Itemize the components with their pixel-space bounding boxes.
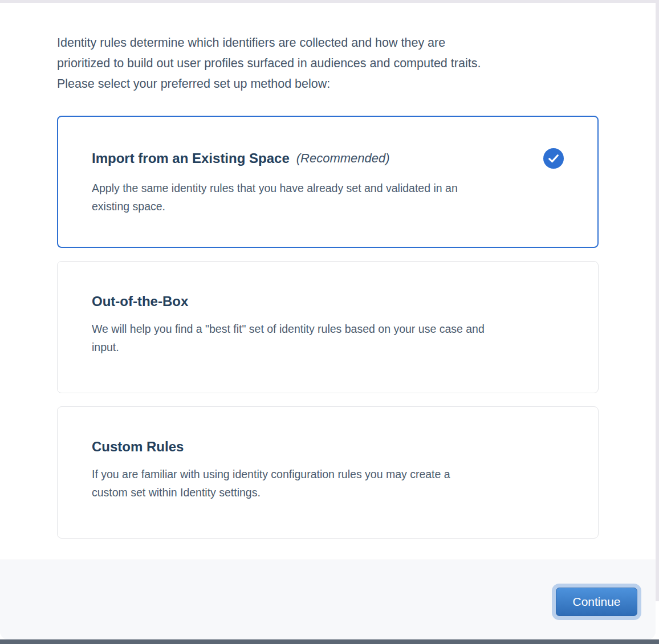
card-description-line: input. — [92, 338, 564, 356]
identity-setup-dialog: Identity rules determine which identifie… — [0, 3, 656, 639]
selected-check-icon — [543, 148, 564, 169]
card-description-line: If you are familiar with using identity … — [92, 465, 564, 483]
card-title: Custom Rules — [92, 439, 184, 455]
card-description: We will help you find a "best fit" set o… — [92, 320, 564, 356]
intro-line: prioritized to build out user profiles s… — [57, 53, 656, 74]
card-header: Out-of-the-Box — [92, 294, 564, 309]
dialog-content: Identity rules determine which identifie… — [0, 3, 656, 539]
card-title: Out-of-the-Box — [92, 294, 188, 309]
card-description: Apply the same identity rules that you h… — [92, 179, 564, 215]
recommended-badge: (Recommended) — [296, 151, 390, 166]
card-description-line: Apply the same identity rules that you h… — [92, 179, 564, 197]
dialog-footer: Continue — [0, 560, 656, 639]
page-bottom-bar — [0, 639, 659, 644]
card-description-line: existing space. — [92, 197, 564, 215]
intro-line: Identity rules determine which identifie… — [57, 32, 656, 53]
card-description-line: custom set within Identity settings. — [92, 483, 564, 502]
card-title: Import from an Existing Space — [92, 150, 290, 166]
page-edge-right — [656, 0, 659, 601]
card-header: Custom Rules — [92, 439, 564, 455]
option-card-import-existing-space[interactable]: Import from an Existing Space (Recommend… — [57, 116, 599, 248]
continue-button[interactable]: Continue — [556, 588, 637, 616]
intro-text: Identity rules determine which identifie… — [57, 32, 656, 94]
card-description-line: We will help you find a "best fit" set o… — [92, 320, 564, 338]
page-background: { "dialog": { "intro": { "lines": [ "Ide… — [0, 0, 659, 644]
card-description: If you are familiar with using identity … — [92, 465, 564, 502]
option-card-list: Import from an Existing Space (Recommend… — [57, 116, 656, 539]
option-card-out-of-the-box[interactable]: Out-of-the-Box We will help you find a "… — [57, 261, 599, 393]
option-card-custom-rules[interactable]: Custom Rules If you are familiar with us… — [57, 406, 599, 539]
card-header: Import from an Existing Space (Recommend… — [92, 148, 564, 169]
intro-line: Please select your preferred set up meth… — [57, 74, 656, 94]
